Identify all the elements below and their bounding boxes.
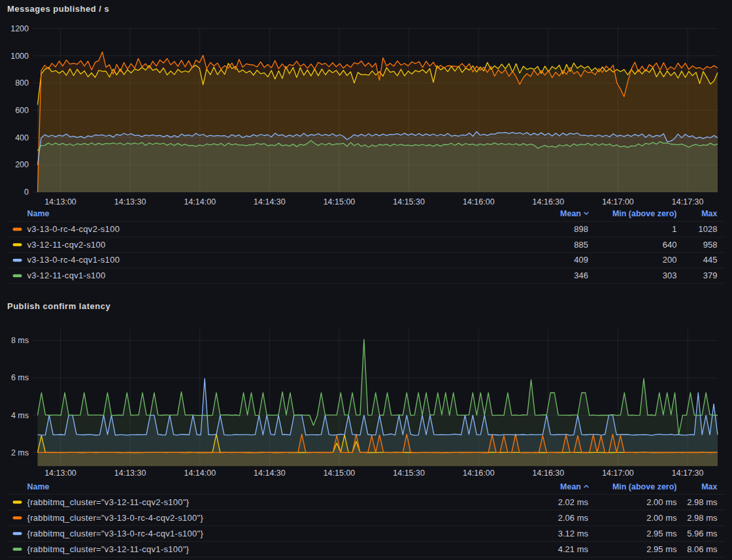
- svg-text:2.00 ms: 2.00 ms: [646, 497, 677, 507]
- svg-text:1: 1: [672, 224, 676, 234]
- svg-text:8 ms: 8 ms: [11, 336, 29, 345]
- svg-text:Name: Name: [27, 482, 50, 491]
- svg-text:14:17:00: 14:17:00: [602, 469, 634, 478]
- svg-text:Max: Max: [701, 209, 717, 218]
- svg-text:14:15:30: 14:15:30: [393, 469, 425, 478]
- svg-text:v3-13-0-rc-4-cqv2-s100: v3-13-0-rc-4-cqv2-s100: [27, 224, 120, 234]
- svg-text:2.00 ms: 2.00 ms: [646, 513, 677, 523]
- svg-text:2.02 ms: 2.02 ms: [558, 497, 589, 507]
- svg-text:{rabbitmq_cluster="v3-13-0-rc-: {rabbitmq_cluster="v3-13-0-rc-4-cqv1-s10…: [27, 529, 204, 538]
- svg-text:600: 600: [15, 106, 29, 115]
- svg-text:14:17:30: 14:17:30: [672, 469, 704, 478]
- svg-text:14:13:30: 14:13:30: [114, 197, 146, 206]
- svg-text:1000: 1000: [10, 52, 29, 61]
- svg-text:800: 800: [15, 78, 29, 88]
- svg-text:14:14:30: 14:14:30: [254, 197, 286, 206]
- svg-text:{rabbitmq_cluster="v3-13-0-rc-: {rabbitmq_cluster="v3-13-0-rc-4-cqv2-s10…: [27, 513, 204, 523]
- svg-text:1200: 1200: [10, 24, 29, 33]
- svg-text:14:13:30: 14:13:30: [114, 469, 146, 478]
- svg-text:958: 958: [703, 240, 718, 250]
- svg-text:14:15:30: 14:15:30: [393, 197, 425, 206]
- svg-text:14:15:00: 14:15:00: [324, 197, 356, 206]
- svg-text:14:14:30: 14:14:30: [254, 469, 286, 478]
- svg-text:8.06 ms: 8.06 ms: [687, 544, 718, 554]
- svg-text:Min (above zero): Min (above zero): [612, 209, 677, 218]
- svg-text:2 ms: 2 ms: [11, 448, 29, 457]
- svg-text:2.95 ms: 2.95 ms: [646, 544, 677, 554]
- svg-text:898: 898: [574, 224, 588, 234]
- svg-text:14:14:00: 14:14:00: [184, 469, 216, 478]
- svg-text:Min (above zero): Min (above zero): [612, 482, 677, 491]
- svg-text:445: 445: [703, 255, 718, 265]
- svg-text:v3-12-11-cqv2-s100: v3-12-11-cqv2-s100: [27, 240, 106, 250]
- svg-text:Max: Max: [701, 482, 717, 491]
- svg-text:4 ms: 4 ms: [11, 411, 29, 420]
- svg-text:Name: Name: [27, 209, 50, 218]
- svg-text:Messages published / s: Messages published / s: [7, 4, 109, 14]
- svg-text:14:16:00: 14:16:00: [463, 469, 495, 478]
- svg-text:6 ms: 6 ms: [11, 373, 29, 382]
- svg-text:2.06 ms: 2.06 ms: [558, 513, 589, 523]
- svg-text:14:17:30: 14:17:30: [672, 197, 704, 206]
- svg-text:Mean: Mean: [560, 209, 581, 218]
- svg-text:Publish confirm latency: Publish confirm latency: [7, 301, 110, 311]
- svg-text:14:17:00: 14:17:00: [602, 197, 634, 206]
- svg-text:14:14:00: 14:14:00: [184, 197, 216, 206]
- svg-text:Mean: Mean: [560, 482, 581, 491]
- svg-text:200: 200: [663, 255, 677, 265]
- svg-text:885: 885: [574, 240, 588, 250]
- svg-text:{rabbitmq_cluster="v3-12-11-cq: {rabbitmq_cluster="v3-12-11-cqv2-s100"}: [27, 497, 190, 507]
- svg-text:4.21 ms: 4.21 ms: [558, 544, 589, 554]
- svg-text:14:15:00: 14:15:00: [324, 469, 356, 478]
- svg-text:303: 303: [663, 271, 677, 280]
- svg-text:2.98 ms: 2.98 ms: [687, 513, 718, 523]
- svg-text:1028: 1028: [699, 224, 718, 234]
- svg-text:5.96 ms: 5.96 ms: [687, 529, 718, 538]
- svg-text:409: 409: [574, 255, 588, 265]
- svg-text:{rabbitmq_cluster="v3-12-11-cq: {rabbitmq_cluster="v3-12-11-cqv1-s100"}: [27, 544, 190, 554]
- svg-text:400: 400: [15, 133, 29, 142]
- svg-text:v3-12-11-cqv1-s100: v3-12-11-cqv1-s100: [27, 271, 106, 280]
- svg-text:14:16:30: 14:16:30: [533, 197, 565, 206]
- svg-text:14:16:30: 14:16:30: [533, 469, 565, 478]
- svg-text:200: 200: [15, 160, 29, 169]
- svg-text:14:16:00: 14:16:00: [463, 197, 495, 206]
- svg-text:346: 346: [574, 271, 588, 280]
- svg-text:v3-13-0-rc-4-cqv1-s100: v3-13-0-rc-4-cqv1-s100: [27, 255, 120, 265]
- svg-text:2.95 ms: 2.95 ms: [646, 529, 677, 538]
- svg-text:379: 379: [703, 271, 718, 280]
- svg-text:640: 640: [663, 240, 677, 250]
- svg-text:14:13:00: 14:13:00: [44, 469, 76, 478]
- svg-text:0: 0: [24, 188, 29, 197]
- svg-text:3.12 ms: 3.12 ms: [558, 529, 589, 538]
- svg-text:14:13:00: 14:13:00: [44, 197, 76, 206]
- svg-text:2.98 ms: 2.98 ms: [687, 497, 718, 507]
